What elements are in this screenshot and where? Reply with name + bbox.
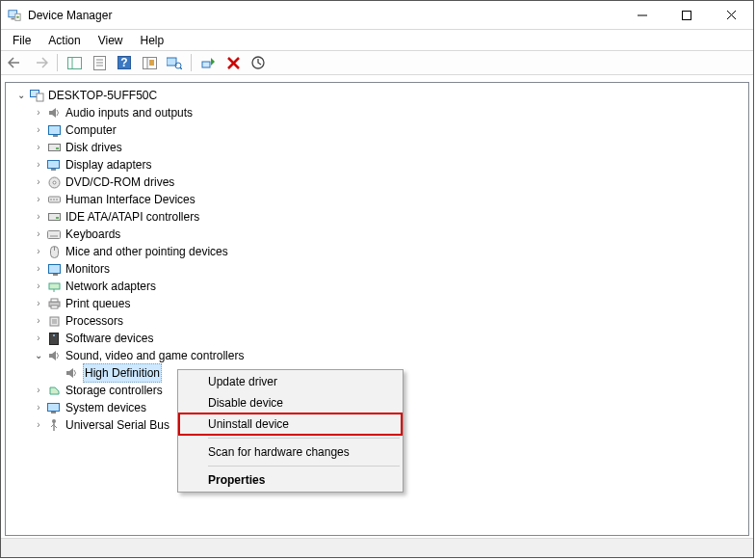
svg-rect-1: [12, 17, 15, 19]
expand-icon[interactable]: ›: [31, 226, 46, 243]
context-menu: Update driver Disable device Uninstall d…: [177, 369, 404, 493]
action-icon[interactable]: [139, 52, 160, 73]
expand-icon[interactable]: ›: [31, 312, 46, 330]
forward-button[interactable]: [30, 52, 51, 73]
properties-icon[interactable]: [89, 52, 110, 73]
enable-device-icon[interactable]: [197, 52, 219, 73]
tree-item-computer[interactable]: ›Computer: [8, 121, 746, 139]
back-button[interactable]: [5, 52, 26, 73]
expand-icon[interactable]: ›: [31, 156, 46, 173]
tree-item-print[interactable]: ›Print queues: [8, 295, 746, 312]
expand-icon[interactable]: ›: [31, 330, 46, 347]
ctx-disable-device[interactable]: Disable device: [179, 392, 402, 413]
expand-icon[interactable]: ›: [31, 121, 46, 139]
tree-item-keyboards[interactable]: ›Keyboards: [8, 226, 746, 243]
tree-item-dvd[interactable]: ›DVD/CD-ROM drives: [8, 173, 746, 191]
tree-label: High Definition: [83, 363, 162, 383]
device-tree[interactable]: ⌄ DESKTOP-5UFF50C ›Audio inputs and outp…: [5, 82, 749, 536]
maximize-button[interactable]: [665, 1, 709, 29]
window-title: Device Manager: [22, 9, 620, 22]
tree-item-monitors[interactable]: ›Monitors: [8, 260, 746, 278]
tree-label: IDE ATA/ATAPI controllers: [65, 208, 199, 226]
expand-icon[interactable]: ›: [31, 382, 46, 399]
update-driver-icon[interactable]: [248, 52, 269, 73]
svg-point-48: [53, 334, 55, 336]
expand-icon[interactable]: ›: [31, 104, 46, 121]
monitor-icon: [46, 122, 62, 138]
toolbar: ?: [1, 50, 753, 75]
menu-view[interactable]: View: [91, 32, 131, 49]
controller-icon: [46, 209, 62, 225]
tree-label: Storage controllers: [65, 382, 163, 399]
expand-icon[interactable]: ›: [31, 208, 46, 226]
tree-item-mice[interactable]: ›Mice and other pointing devices: [8, 243, 746, 260]
expand-icon[interactable]: ›: [31, 139, 46, 156]
uninstall-device-icon[interactable]: [222, 52, 244, 73]
speaker-icon: [64, 365, 79, 381]
ctx-uninstall-device[interactable]: Uninstall device: [179, 413, 402, 435]
svg-rect-27: [37, 93, 43, 101]
root-node[interactable]: ⌄ DESKTOP-5UFF50C: [8, 87, 746, 104]
ctx-update-driver[interactable]: Update driver: [179, 371, 402, 392]
minimize-button[interactable]: [620, 1, 665, 29]
svg-line-21: [180, 67, 182, 69]
tree-item-ide[interactable]: ›IDE ATA/ATAPI controllers: [8, 208, 746, 226]
toolbar-separator: [57, 54, 58, 71]
software-icon: [46, 331, 62, 346]
tree-label: Computer: [65, 121, 117, 139]
tree-item-disk[interactable]: ›Disk drives: [8, 139, 746, 156]
expand-icon[interactable]: ›: [31, 191, 46, 208]
tree-item-audio[interactable]: ›Audio inputs and outputs: [8, 104, 746, 121]
help-icon[interactable]: ?: [114, 52, 135, 73]
expand-icon[interactable]: ›: [31, 278, 46, 295]
svg-rect-46: [52, 319, 57, 324]
tree-item-processors[interactable]: ›Processors: [8, 312, 746, 330]
tree-label: Display adapters: [65, 156, 151, 173]
svg-rect-44: [51, 306, 58, 308]
status-bar: [1, 538, 753, 557]
expand-icon[interactable]: ›: [31, 416, 46, 434]
toolbar-separator: [191, 54, 192, 71]
ctx-scan-hardware[interactable]: Scan for hardware changes: [179, 441, 402, 463]
close-button[interactable]: [709, 1, 753, 29]
speaker-icon: [46, 105, 62, 120]
menu-action[interactable]: Action: [40, 32, 88, 49]
svg-rect-29: [51, 169, 56, 171]
svg-rect-8: [67, 57, 81, 68]
menu-file[interactable]: File: [5, 32, 39, 49]
menubar: File Action View Help: [1, 30, 753, 50]
system-icon: [46, 400, 62, 415]
expand-icon[interactable]: ›: [31, 173, 46, 191]
controller-icon: [46, 383, 62, 398]
tree-label: Keyboards: [65, 226, 120, 243]
collapse-icon[interactable]: ⌄: [13, 87, 29, 104]
ctx-separator: [208, 466, 400, 467]
ctx-properties[interactable]: Properties: [179, 469, 402, 491]
menu-help[interactable]: Help: [133, 32, 172, 49]
expand-icon[interactable]: ›: [31, 260, 46, 278]
svg-rect-19: [167, 58, 176, 66]
computer-icon: [29, 88, 44, 103]
tree-item-network[interactable]: ›Network adapters: [8, 278, 746, 295]
svg-point-3: [16, 15, 19, 18]
tree-item-hid[interactable]: ›Human Interface Devices: [8, 191, 746, 208]
tree-item-display[interactable]: ›Display adapters: [8, 156, 746, 173]
tree-label: Disk drives: [65, 139, 122, 156]
keyboard-icon: [46, 227, 62, 242]
tree-label: Monitors: [65, 260, 110, 278]
window-controls: [620, 1, 753, 29]
svg-rect-22: [202, 62, 210, 67]
tree-item-software[interactable]: ›Software devices: [8, 330, 746, 347]
expand-icon[interactable]: ›: [31, 295, 46, 312]
tree-label: Software devices: [65, 330, 153, 347]
svg-text:?: ?: [120, 56, 127, 69]
scan-hardware-icon[interactable]: [164, 52, 185, 73]
show-hide-tree-icon[interactable]: [64, 52, 85, 73]
collapse-icon[interactable]: ⌄: [31, 347, 46, 364]
mouse-icon: [46, 244, 62, 259]
root-label: DESKTOP-5UFF50C: [48, 87, 157, 104]
device-manager-window: Device Manager File Action View Help ? ⌄: [0, 0, 754, 558]
expand-icon[interactable]: ›: [31, 399, 46, 416]
tree-item-sound[interactable]: ⌄Sound, video and game controllers: [8, 347, 746, 364]
expand-icon[interactable]: ›: [31, 243, 46, 260]
